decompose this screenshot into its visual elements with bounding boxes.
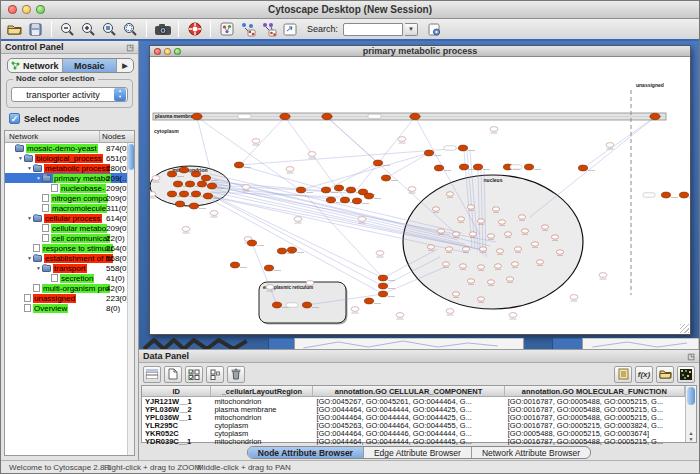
column-header[interactable]: ID	[142, 386, 211, 396]
zoom-fit-icon[interactable]	[100, 20, 119, 38]
tree-header[interactable]: Network Nodes	[5, 131, 134, 143]
tree-item-cell-communicat[interactable]: cell communicat22(0)	[5, 233, 134, 243]
nucleus-label: nucleus	[484, 177, 503, 183]
window-title: Cytoscape Desktop (New Session)	[1, 4, 699, 15]
zoom-selected-region-icon[interactable]	[121, 20, 140, 38]
node-color-dropdown[interactable]: transporter activity ▲▼	[11, 87, 128, 102]
annotation-icon[interactable]	[280, 20, 299, 38]
expander-icon[interactable]: ▼	[26, 165, 33, 171]
tree-item-overview[interactable]: Overview8(0)	[5, 303, 134, 313]
open-file-icon[interactable]	[5, 20, 24, 38]
tree-item-cellular-process[interactable]: ▼cellular process614(0)	[5, 213, 134, 223]
tree-item-metabolic-process[interactable]: ▼metabolic process280(0)	[5, 163, 134, 173]
tab-overflow-arrow[interactable]: ▶	[117, 59, 133, 72]
heatmap-icon[interactable]	[677, 366, 695, 383]
zoom-out-icon[interactable]	[58, 20, 77, 38]
window-resize-grip[interactable]	[680, 324, 689, 333]
gene-node	[308, 152, 316, 157]
tab-network-attribute-browser[interactable]: Network Attribute Browser	[472, 447, 590, 458]
tree-item-nitrogen-compo[interactable]: nitrogen compo209(0)	[5, 193, 134, 203]
snapshot-icon[interactable]	[153, 20, 172, 38]
help-icon[interactable]	[185, 20, 204, 38]
network-view-window[interactable]: primary metabolic process plasma membran…	[149, 45, 691, 335]
delete-attribute-icon[interactable]	[227, 366, 245, 383]
zoom-in-icon[interactable]	[79, 20, 98, 38]
table-scrollbar[interactable]: ▲▼	[685, 386, 696, 442]
gene-node	[541, 225, 548, 229]
selected-gene-node	[179, 167, 188, 173]
search-settings-icon[interactable]	[425, 20, 444, 38]
tab-node-attribute-browser[interactable]: Node Attribute Browser	[248, 447, 364, 458]
select-nodes-checkbox[interactable]: ✓	[9, 113, 20, 124]
layout-hierarchic-icon[interactable]	[259, 20, 278, 38]
file-icon	[51, 184, 58, 192]
selected-gene-node	[473, 164, 482, 170]
tree-item-biological-process[interactable]: ▼biological_process651(0)	[5, 153, 134, 163]
tree-item-label: cellular process	[44, 214, 102, 223]
gene-node	[496, 249, 503, 253]
tree-item-cellular-metabo[interactable]: cellular metabo209(0)	[5, 223, 134, 233]
tab-network[interactable]: Network	[8, 59, 63, 72]
file-icon	[42, 204, 49, 212]
tab-edge-attribute-browser[interactable]: Edge Attribute Browser	[364, 447, 472, 458]
expander-icon[interactable]: ▼	[26, 255, 33, 261]
expander-icon[interactable]: ▼	[35, 265, 42, 271]
expander-icon[interactable]: ▼	[26, 215, 33, 221]
control-panel-title: Control Panel	[5, 42, 64, 52]
gene-node	[504, 232, 511, 236]
expander-icon[interactable]: ▼	[35, 175, 42, 181]
gene-node	[182, 227, 190, 232]
selected-gene-node	[272, 302, 281, 308]
gene-node	[487, 280, 494, 284]
attribute-table-header[interactable]: ID_cellularLayoutRegionannotation.GO CEL…	[142, 386, 685, 397]
tree-item-multi-organism-pro[interactable]: multi-organism pro42(0)	[5, 283, 134, 293]
tree-item-secretion[interactable]: secretion41(0)	[5, 273, 134, 283]
network-view-titlebar[interactable]: primary metabolic process	[150, 46, 690, 57]
tree-item-label: Overview	[33, 304, 68, 313]
tab-mosaic[interactable]: Mosaic	[63, 59, 118, 72]
background-windows-strip	[139, 337, 699, 349]
column-header[interactable]: annotation.GO CELLULAR_COMPONENT	[313, 386, 504, 396]
vizmapper-icon[interactable]	[217, 20, 236, 38]
table-row[interactable]: YDR039C__1mitochondrion[GO:0044464, GO:0…	[142, 437, 685, 445]
layout-organic-icon[interactable]	[238, 20, 257, 38]
tree-item-response-to-stimulu[interactable]: response to stimulu264(0)	[5, 243, 134, 253]
tree-item-transport[interactable]: ▼transport558(0)	[5, 263, 134, 273]
tree-scrollbar[interactable]	[127, 143, 134, 455]
search-dropdown-arrow[interactable]: ▼	[405, 23, 418, 36]
folder-icon	[15, 145, 24, 152]
tree-item-primary-metabo[interactable]: ▼primary metabo209(...	[5, 173, 134, 183]
float-panel-icon[interactable]: ◳	[126, 43, 134, 52]
expander-icon[interactable]: ▼	[17, 155, 24, 161]
function-builder-icon[interactable]: f(x)	[635, 366, 653, 383]
gene-node	[294, 217, 302, 222]
tree-item-label: establishment of lo	[44, 254, 113, 263]
gene-node	[551, 235, 558, 239]
tree-item-label: unassigned	[33, 294, 76, 303]
main-toolbar: Search: ▼	[1, 19, 699, 41]
node-label-box	[368, 114, 381, 118]
network-canvas[interactable]: plasma membranemitochondrionnucleusendop…	[150, 57, 690, 334]
save-session-icon[interactable]	[26, 20, 45, 38]
import-attributes-icon[interactable]	[656, 366, 674, 383]
gene-node	[467, 205, 474, 209]
tree-item-label: biological_process	[35, 154, 103, 163]
tree-item-unassigned[interactable]: unassigned223(0)	[5, 293, 134, 303]
notes-icon[interactable]	[614, 366, 632, 383]
tree-item-macromolecule[interactable]: macromolecule311(0)	[5, 203, 134, 213]
tree-item-nucleobase-[interactable]: nucleobase-209(0)	[5, 183, 134, 193]
column-header[interactable]: _cellularLayoutRegion	[211, 386, 313, 396]
selected-gene-node	[340, 197, 349, 203]
attribute-grid-icon[interactable]	[143, 366, 161, 383]
tree-item-mosaic-demo-yeast[interactable]: mosaic-demo-yeast874(0)	[5, 143, 134, 153]
unselect-attributes-icon[interactable]	[206, 366, 224, 383]
gene-node	[469, 232, 476, 236]
new-attribute-icon[interactable]	[164, 366, 182, 383]
float-data-panel-icon[interactable]: ◳	[687, 352, 695, 361]
select-attributes-icon[interactable]	[185, 366, 203, 383]
search-input[interactable]	[343, 23, 403, 36]
column-header[interactable]: annotation.GO MOLECULAR_FUNCTION	[505, 386, 685, 396]
selected-gene-node	[264, 265, 273, 271]
gene-node	[494, 264, 501, 268]
tree-item-establishment-of-lo[interactable]: ▼establishment of lo558(0)	[5, 253, 134, 263]
